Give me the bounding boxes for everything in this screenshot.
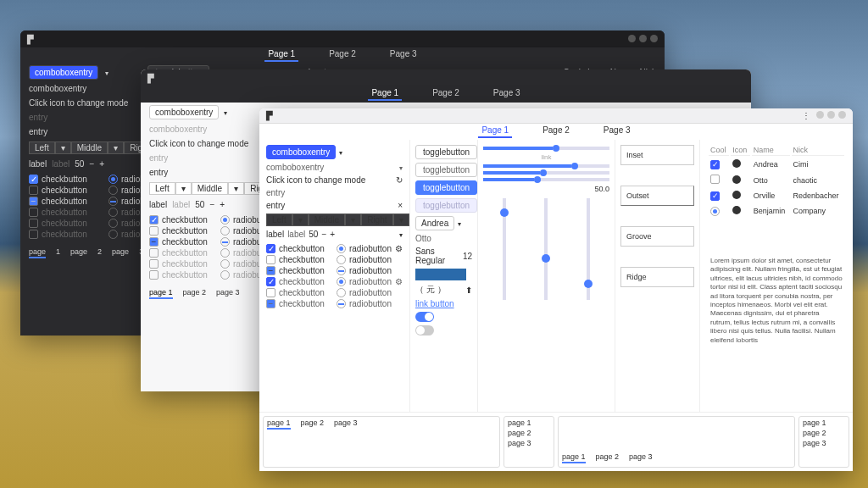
table-row: BenjaminCompany [709,204,844,218]
toggle-button[interactable]: togglebutton [415,145,477,159]
frame-inset: Inset [620,145,694,165]
vertical-slider[interactable] [503,198,506,300]
chevron-down-icon[interactable] [224,108,227,117]
combobox-entry[interactable]: comboboxentry [266,145,336,159]
slider[interactable] [483,164,609,168]
top-tabs: Page 1 Page 2 Page 3 [20,47,665,64]
slider[interactable] [483,171,609,175]
radio[interactable] [108,186,118,195]
tab-page3[interactable]: Page 3 [600,125,634,138]
combobox-entry[interactable]: comboboxentry [29,65,98,80]
link-button[interactable]: link button [415,299,454,308]
tab-page2[interactable]: Page 2 [326,49,359,62]
tab-page3[interactable]: Page 3 [490,88,524,101]
frame-outset: Outset [620,186,694,206]
switch-off[interactable] [415,325,434,336]
tab-page2[interactable]: Page 2 [429,88,463,101]
combobox-entry[interactable]: comboboxentry [149,105,219,119]
minus-icon[interactable]: − [89,159,94,169]
notebook-pane-vertical: page 1page 2page 3 [798,416,849,468]
slider[interactable] [483,147,609,150]
gear-icon[interactable]: ⚙ [395,244,403,253]
window-front: ▛ ⋮ Page 1 Page 2 Page 3 comboboxentry c… [259,108,853,471]
table-row: Ottochaotic [709,173,844,187]
frame-ridge: Ridge [620,267,694,287]
window-controls[interactable] [625,35,658,44]
name-dropdown[interactable]: Andrea [415,216,454,230]
slider[interactable] [483,178,609,181]
notebook-pane: page 1page 2page 3 [263,416,500,468]
vertical-slider[interactable] [587,198,590,300]
lorem-text: Lorem ipsum dolor sit amet, consectetur … [707,253,846,348]
titlebar: ▛ [20,30,665,47]
checkbox[interactable]: − [29,197,38,206]
refresh-icon[interactable]: ↻ [396,175,403,185]
color-swatch[interactable] [415,269,466,280]
tab-page2[interactable]: Page 2 [539,125,573,138]
app-icon: ▛ [266,111,273,120]
switch-on[interactable] [415,312,434,322]
clear-icon[interactable]: × [398,201,403,210]
tab-page1[interactable]: Page 1 [478,125,512,138]
radio[interactable] [108,175,118,184]
titlebar: ▛ [141,69,751,86]
tab-page1[interactable]: Page 1 [368,88,402,101]
tab-page3[interactable]: Page 3 [387,49,420,62]
frame-groove: Groove [620,226,694,247]
notebook-pane-bottom: page 1page 2page 3 [558,416,795,468]
radio[interactable] [108,197,118,206]
notebook-pane-vertical: page 1page 2page 3 [504,416,554,468]
upload-icon[interactable]: ⬆ [465,286,472,295]
app-icon: ▛ [147,74,154,83]
checkbox[interactable] [29,186,38,195]
checkbox[interactable]: ✓ [29,175,38,184]
data-table: CoolIconNameNick ✓AndreaCimi Ottochaotic… [707,143,846,219]
tab-page1[interactable]: Page 1 [264,49,298,62]
plus-icon[interactable]: + [99,159,104,169]
table-row: ✓OrvilleRedenbacher [709,189,844,202]
table-row: ✓AndreaCimi [709,158,844,171]
titlebar: ▛ ⋮ [259,108,853,124]
chevron-down-icon[interactable] [105,68,108,77]
vertical-slider[interactable] [544,198,548,300]
app-icon: ▛ [27,35,34,44]
